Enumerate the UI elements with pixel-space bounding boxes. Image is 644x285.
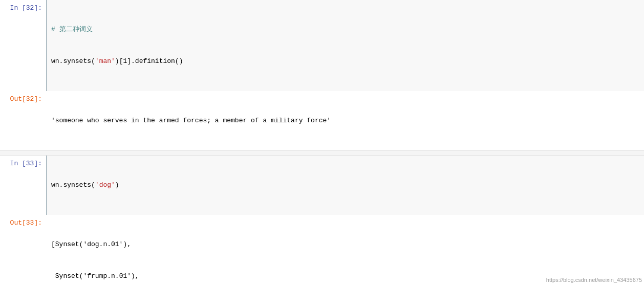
comment: # 第二种词义 bbox=[51, 26, 93, 33]
cell-spacer bbox=[0, 150, 644, 156]
notebook: In [32]: # 第二种词义 wn.synsets('man')[1].de… bbox=[0, 0, 644, 285]
code-line: # 第二种词义 bbox=[51, 25, 640, 35]
watermark: https://blog.csdn.net/weixin_43435675 bbox=[546, 277, 642, 283]
cell-in-32: In [32]: # 第二种词义 wn.synsets('man')[1].de… bbox=[0, 0, 644, 91]
cell-in-33: In [33]: wn.synsets('dog') bbox=[0, 156, 644, 215]
code: wn.synsets('man')[1].definition() bbox=[51, 57, 183, 65]
cell-content-out32: 'someone who serves in the armed forces;… bbox=[46, 91, 644, 150]
cell-label-out33: Out[33]: bbox=[0, 215, 46, 285]
cell-out-33: Out[33]: [Synset('dog.n.01'), Synset('fr… bbox=[0, 215, 644, 285]
cell-content-in32[interactable]: # 第二种词义 wn.synsets('man')[1].definition(… bbox=[46, 0, 644, 91]
output-line: 'someone who serves in the armed forces;… bbox=[51, 116, 640, 126]
cell-content-in33[interactable]: wn.synsets('dog') bbox=[46, 156, 644, 215]
cell-label-in32: In [32]: bbox=[0, 0, 46, 91]
cell-label-out32: Out[32]: bbox=[0, 91, 46, 150]
code-line: wn.synsets('dog') bbox=[51, 180, 640, 191]
cell-out-32: Out[32]: 'someone who serves in the arme… bbox=[0, 91, 644, 150]
output-line: [Synset('dog.n.01'), bbox=[51, 239, 640, 250]
cell-label-in33: In [33]: bbox=[0, 156, 46, 215]
cell-content-out33: [Synset('dog.n.01'), Synset('frump.n.01'… bbox=[46, 215, 644, 285]
code-line: wn.synsets('man')[1].definition() bbox=[51, 56, 640, 67]
code: wn.synsets('dog') bbox=[51, 181, 119, 189]
